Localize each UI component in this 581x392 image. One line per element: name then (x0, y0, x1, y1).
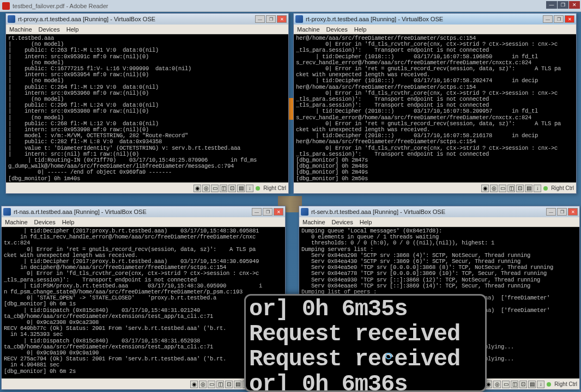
menubar: Machine Devices Help (2, 217, 285, 227)
network-icon[interactable]: ◫ (220, 185, 227, 192)
vbox-window-nas-a: rt-nas.a.rt.testbed.aaa [Running] - Virt… (1, 206, 286, 390)
menu-devices[interactable]: Devices (39, 26, 60, 33)
vbox-window-proxy-a: rt-proxy.a.rt.testbed.aaa [Running] - Vi… (5, 13, 289, 194)
cd-icon[interactable]: ◎ (493, 381, 501, 388)
host-key-label: Right Ctrl (551, 185, 574, 191)
adobe-icon (2, 2, 10, 10)
magnifier-overlay: or] 0h 6m35s Request received Request re… (244, 294, 487, 392)
network-icon[interactable]: ◫ (507, 185, 515, 192)
floppy-icon[interactable]: ▭ (211, 185, 219, 192)
titlebar[interactable]: rt-proxy.b.rt.testbed.aaa [Running] - Vi… (294, 14, 576, 24)
terminal-output[interactable]: rt.testbed.aaa | (no model) | public: C:… (6, 34, 288, 182)
hdd-icon[interactable]: ◉ (481, 185, 489, 192)
vbox-icon (3, 208, 11, 216)
cd-icon[interactable]: ◎ (199, 381, 207, 388)
window-title: rt-proxy.b.rt.testbed.aaa [Running] - Vi… (306, 16, 542, 22)
adobe-reader-window: testbed_failover.pdf - Adobe Reader — ❐ … (0, 0, 581, 12)
menu-help[interactable]: Help (354, 26, 367, 33)
magnifier-content: or] 0h 6m35s Request received Request re… (246, 296, 485, 392)
menu-help[interactable]: Help (62, 219, 75, 225)
vm-led (256, 186, 260, 191)
terminal-output[interactable]: | tid:Decipher (2017:proxy.b.rt.testbed.… (2, 227, 285, 378)
mouse-icon[interactable]: ↓ (537, 381, 544, 388)
menubar: Machine Devices Help (6, 24, 288, 34)
window-title: rt-nas.a.rt.testbed.aaa [Running] - Virt… (14, 209, 251, 215)
mouse-icon[interactable]: ↓ (534, 185, 541, 192)
network-icon[interactable]: ◫ (216, 381, 224, 388)
usb-icon[interactable]: ⊡ (228, 185, 236, 192)
menu-machine[interactable]: Machine (297, 26, 320, 33)
floppy-icon[interactable]: ▭ (499, 185, 506, 192)
usb-icon[interactable]: ⊡ (516, 185, 524, 192)
minimize-button[interactable]: — (255, 15, 265, 23)
vbox-icon (8, 15, 15, 23)
vm-led (547, 382, 551, 387)
statusbar: ◉ ◎ ▭ ◫ ⊡ ▤ ↓ Right Ctrl (2, 378, 285, 389)
maximize-button[interactable]: ❐ (263, 208, 273, 216)
minimize-button[interactable]: — (543, 15, 553, 23)
menu-help[interactable]: Help (360, 219, 372, 225)
cd-icon[interactable]: ◎ (202, 185, 210, 192)
menu-machine[interactable]: Machine (5, 219, 28, 225)
shared-folder-icon[interactable]: ▤ (525, 185, 532, 192)
vbox-window-proxy-b: rt-proxy.b.rt.testbed.aaa [Running] - Vi… (293, 13, 577, 194)
terminal-output[interactable]: her@/home/aaa/src/freeDiameter/freeDiame… (294, 34, 576, 182)
close-button[interactable]: ✕ (274, 208, 283, 216)
titlebar[interactable]: rt-nas.a.rt.testbed.aaa [Running] - Virt… (2, 206, 285, 217)
usb-icon[interactable]: ⊡ (225, 381, 233, 388)
maximize-button[interactable]: ❐ (557, 208, 567, 216)
close-button[interactable]: ✕ (565, 15, 574, 23)
floppy-icon[interactable]: ▭ (208, 381, 215, 388)
hdd-icon[interactable]: ◉ (193, 185, 201, 192)
adobe-close[interactable]: ✕ (569, 1, 580, 9)
host-key-label: Right Ctrl (263, 185, 286, 191)
adobe-maximize[interactable]: ❐ (558, 1, 568, 9)
vbox-icon (295, 15, 303, 23)
vm-led (543, 186, 548, 191)
shared-folder-icon[interactable]: ▤ (234, 381, 241, 388)
minimize-button[interactable]: — (546, 208, 556, 216)
maximize-button[interactable]: ❐ (266, 15, 276, 23)
window-title: rt-serv.b.rt.testbed.aaa [Running] - Vir… (311, 209, 545, 215)
minimize-button[interactable]: — (252, 208, 262, 216)
menu-machine[interactable]: Machine (9, 26, 32, 33)
usb-icon[interactable]: ⊡ (519, 381, 527, 388)
vbox-icon (301, 208, 308, 216)
host-key-label: Right Ctrl (554, 381, 577, 387)
titlebar[interactable]: rt-serv.b.rt.testbed.aaa [Running] - Vir… (299, 206, 579, 217)
hdd-icon[interactable]: ◉ (190, 381, 198, 388)
shared-folder-icon[interactable]: ▤ (237, 185, 245, 192)
menu-devices[interactable]: Devices (332, 219, 353, 225)
adobe-title: testbed_failover.pdf - Adobe Reader (13, 3, 108, 9)
close-button[interactable]: ✕ (568, 208, 578, 216)
window-title: rt-proxy.a.rt.testbed.aaa [Running] - Vi… (18, 16, 254, 22)
maximize-button[interactable]: ❐ (554, 15, 564, 23)
titlebar[interactable]: rt-proxy.a.rt.testbed.aaa [Running] - Vi… (6, 14, 288, 24)
network-icon[interactable]: ◫ (511, 381, 518, 388)
menu-devices[interactable]: Devices (326, 26, 348, 33)
adobe-window-controls: — ❐ ✕ (546, 1, 580, 9)
menubar: Machine Devices Help (299, 217, 579, 227)
statusbar: ◉ ◎ ▭ ◫ ⊡ ▤ ↓ Right Ctrl (294, 182, 576, 193)
statusbar: ◉ ◎ ▭ ◫ ⊡ ▤ ↓ Right Ctrl (6, 182, 288, 193)
menu-machine[interactable]: Machine (302, 219, 325, 225)
cursor-indicator (385, 353, 392, 359)
menu-help[interactable]: Help (66, 26, 79, 33)
menubar: Machine Devices Help (294, 24, 576, 34)
cd-icon[interactable]: ◎ (490, 185, 498, 192)
mouse-icon[interactable]: ↓ (246, 185, 253, 192)
adobe-minimize[interactable]: — (546, 1, 557, 9)
menu-devices[interactable]: Devices (34, 219, 56, 225)
shared-folder-icon[interactable]: ▤ (528, 381, 536, 388)
close-button[interactable]: ✕ (277, 15, 287, 23)
floppy-icon[interactable]: ▭ (502, 381, 510, 388)
